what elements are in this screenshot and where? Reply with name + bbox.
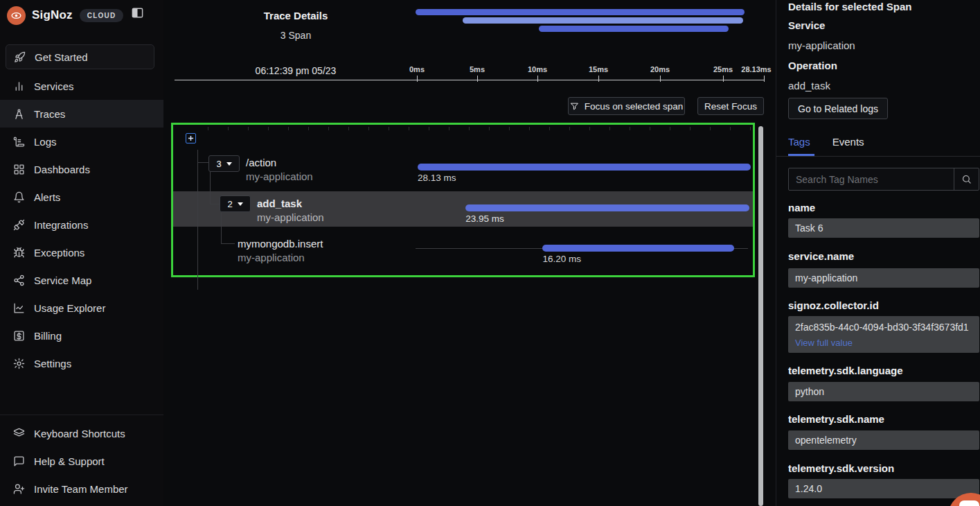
minimap-bar[interactable] [416, 9, 745, 15]
sidebar-item-usage-explorer[interactable]: Usage Explorer [0, 294, 163, 322]
sidebar-item-label: Service Map [34, 274, 91, 286]
sidebar-item-label: Integrations [34, 219, 88, 231]
tag-value: my-application [788, 268, 979, 288]
span-duration-bar[interactable] [542, 245, 734, 252]
tab-events[interactable]: Events [832, 136, 864, 148]
axis-tick [764, 76, 765, 82]
details-panel-title: Details for selected Span [788, 1, 911, 12]
span-operation[interactable]: mymongodb.insert [238, 238, 323, 250]
axis-tick [477, 76, 478, 82]
operation-label: Operation [788, 60, 837, 71]
axis-tick-label: 28.13ms [741, 65, 771, 73]
tree-connector [197, 150, 198, 290]
sidebar-item-services[interactable]: Services [0, 72, 163, 100]
collapse-children-dropdown[interactable]: 3 [208, 155, 240, 172]
sidebar-item-label: Dashboards [34, 164, 90, 175]
span-duration-label: 16.20 ms [542, 254, 581, 264]
minimap-bar[interactable] [463, 17, 743, 24]
vertical-scrollbar[interactable] [758, 126, 763, 506]
axis-tick-label: 10ms [528, 65, 547, 73]
sidebar-item-billing[interactable]: Billing [0, 322, 163, 349]
axis-line [175, 80, 765, 80]
span-duration-label: 28.13 ms [418, 173, 456, 183]
minimap-bar[interactable] [539, 26, 729, 32]
axis-tick-label: 5ms [470, 65, 485, 73]
sidebar-item-label: Help & Support [34, 455, 105, 467]
axis-tick [537, 76, 538, 82]
axis-tick [723, 76, 724, 82]
tag-search [788, 168, 979, 191]
grid-icon [13, 164, 25, 175]
focus-button-label: Focus on selected span [585, 101, 684, 112]
tag-value: 2fac835b-44c0-4094-bd30-3f34f3673fd1 Vie… [788, 316, 979, 353]
sidebar-item-service-map[interactable]: Service Map [0, 266, 163, 294]
message-square-icon [13, 455, 25, 467]
tag-key: service.name [788, 250, 854, 262]
sidebar-item-get-started[interactable]: Get Started [6, 44, 154, 69]
reset-button-label: Reset Focus [704, 101, 757, 112]
sidebar-item-label: Traces [34, 108, 65, 120]
child-count: 3 [216, 159, 221, 169]
axis-tick-label: 15ms [589, 65, 608, 73]
sidebar-item-label: Exceptions [34, 247, 84, 259]
tree-connector [210, 172, 211, 204]
sidebar-item-exceptions[interactable]: Exceptions [0, 238, 163, 266]
tag-value: Task 6 [788, 218, 979, 238]
tag-key: telemetry.sdk.language [788, 365, 903, 376]
service-value: my-application [788, 40, 855, 51]
sidebar: SigNoz CLOUD Get Started Services Traces… [0, 0, 163, 506]
chat-bubble-icon [959, 500, 979, 506]
tab-tags[interactable]: Tags [788, 136, 810, 148]
span-duration-bar[interactable] [465, 204, 749, 211]
signoz-logo-icon [7, 6, 26, 25]
sidebar-item-label: Alerts [34, 191, 60, 203]
chevron-down-icon [226, 162, 232, 166]
sidebar-item-help-support[interactable]: Help & Support [0, 447, 163, 475]
sidebar-item-label: Get Started [35, 51, 88, 63]
dollar-square-icon [13, 330, 25, 342]
sidebar-footer: Keyboard Shortcuts Help & Support Invite… [0, 415, 163, 503]
expand-all-icon[interactable] [186, 133, 196, 143]
search-tag-input[interactable] [789, 168, 954, 190]
tag-value: opentelemetry [788, 430, 979, 450]
tag-value-text: 2fac835b-44c0-4094-bd30-3f34f3673fd1 [795, 322, 969, 333]
chevron-down-icon [238, 202, 243, 206]
details-tabs: Tags Events [788, 136, 864, 148]
span-operation[interactable]: /action [246, 157, 276, 168]
sidebar-item-label: Usage Explorer [34, 302, 105, 314]
view-full-value-link[interactable]: View full value [795, 338, 979, 348]
span-operation[interactable]: add_task [257, 198, 302, 209]
sidebar-item-dashboards[interactable]: Dashboards [0, 155, 163, 183]
focus-selected-span-button[interactable]: Focus on selected span [568, 97, 685, 115]
go-to-related-logs-button[interactable]: Go to Related logs [788, 98, 888, 119]
sidebar-item-integrations[interactable]: Integrations [0, 211, 163, 238]
sidebar-item-invite-team-member[interactable]: Invite Team Member [0, 475, 163, 503]
gear-icon [13, 358, 25, 369]
sidebar-item-logs[interactable]: Logs [0, 128, 163, 155]
axis-tick-label: 20ms [650, 65, 670, 73]
axis-tick-label: 25ms [713, 65, 733, 73]
sidebar-item-label: Logs [34, 136, 57, 148]
span-duration-bar[interactable] [418, 164, 751, 171]
operation-value: add_task [788, 80, 830, 91]
search-icon[interactable] [954, 168, 979, 190]
sidebar-collapse-icon[interactable] [131, 6, 144, 22]
sidebar-item-keyboard-shortcuts[interactable]: Keyboard Shortcuts [0, 419, 163, 447]
sidebar-item-traces[interactable]: Traces [0, 100, 163, 128]
axis-tick [660, 76, 661, 82]
collapse-children-dropdown[interactable]: 2 [220, 195, 251, 212]
page-title: Trace Details [175, 10, 417, 21]
bug-icon [13, 247, 25, 259]
child-count: 2 [227, 199, 232, 209]
axis-tick [417, 76, 418, 82]
tag-key: name [788, 202, 815, 213]
tag-key: telemetry.sdk.name [788, 413, 884, 425]
sidebar-item-alerts[interactable]: Alerts [0, 183, 163, 211]
tag-key: signoz.collector.id [788, 299, 879, 311]
reset-focus-button[interactable]: Reset Focus [697, 97, 764, 115]
line-chart-icon [13, 302, 25, 314]
sidebar-item-settings[interactable]: Settings [0, 349, 163, 377]
nodes-icon [13, 274, 25, 286]
span-duration-label: 23.95 ms [465, 213, 504, 224]
span-service: my-application [246, 171, 313, 182]
